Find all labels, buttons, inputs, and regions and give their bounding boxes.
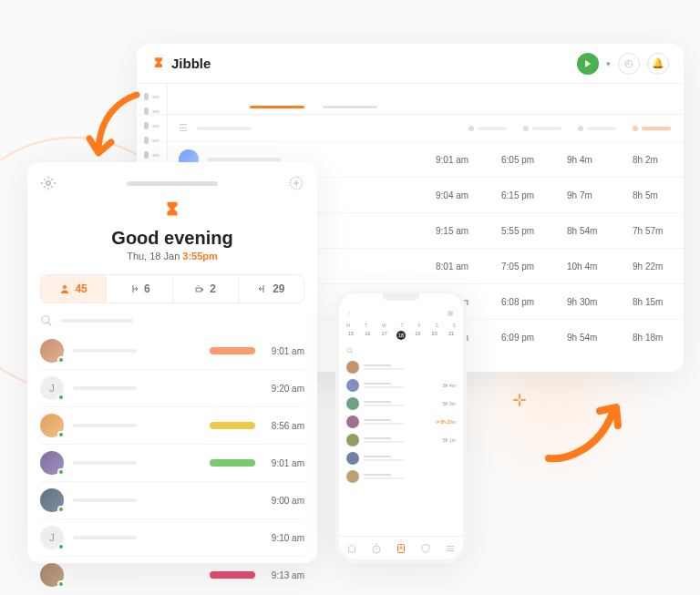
list-item[interactable] bbox=[346, 467, 456, 486]
add-user-icon[interactable] bbox=[288, 175, 304, 191]
shield-icon[interactable] bbox=[420, 543, 431, 554]
caret-icon[interactable]: ▾ bbox=[606, 59, 611, 68]
col-header bbox=[523, 126, 561, 131]
timer-icon[interactable] bbox=[371, 543, 382, 554]
gear-icon[interactable] bbox=[40, 175, 57, 191]
phone-list: 8h 4m8h 3m⟳ 8h 20m8h 1m bbox=[339, 358, 463, 536]
sheet-icon[interactable] bbox=[396, 543, 407, 554]
list-item[interactable]: 8h 1m bbox=[346, 431, 456, 449]
calendar[interactable]: MTWTFSS 15161718192021 bbox=[339, 319, 463, 344]
list-item[interactable]: 8h 3m bbox=[346, 395, 456, 413]
brand-name: Jibble bbox=[171, 56, 211, 71]
play-button[interactable] bbox=[577, 53, 599, 75]
avatar bbox=[40, 414, 64, 437]
list-item[interactable]: 9:13 am bbox=[40, 557, 304, 594]
list-item[interactable]: 9:01 am bbox=[40, 333, 304, 370]
list-item[interactable] bbox=[346, 449, 456, 467]
list-item[interactable]: 8h 4m bbox=[346, 376, 456, 395]
plus-decoration bbox=[512, 393, 527, 407]
list-item[interactable]: 9:01 am bbox=[40, 445, 304, 482]
avatar bbox=[40, 563, 64, 587]
brand-logo[interactable]: Jibble bbox=[151, 56, 211, 71]
list-item[interactable]: 8:56 am bbox=[40, 407, 304, 445]
filter-icon[interactable]: ☰ bbox=[179, 122, 188, 134]
avatar bbox=[40, 488, 64, 512]
svg-point-0 bbox=[46, 181, 51, 186]
stat-out[interactable]: 29 bbox=[238, 275, 304, 303]
list-item[interactable]: 9:00 am bbox=[40, 482, 304, 519]
avatar bbox=[346, 361, 359, 374]
hourglass-icon bbox=[162, 200, 182, 221]
search-icon[interactable] bbox=[346, 347, 354, 354]
home-icon[interactable] bbox=[346, 543, 357, 554]
phone-window: ‹▦ MTWTFSS 15161718192021 8h 4m8h 3m⟳ 8h… bbox=[335, 290, 467, 563]
clock-button[interactable]: ◴ bbox=[618, 53, 640, 75]
desktop-tabs bbox=[137, 84, 684, 115]
list-item[interactable]: ⟳ 8h 20m bbox=[346, 413, 456, 431]
name-placeholder bbox=[208, 158, 281, 161]
search-icon[interactable] bbox=[40, 314, 53, 327]
back-icon[interactable]: ‹ bbox=[348, 310, 350, 317]
avatar bbox=[346, 434, 359, 446]
member-list: 9:01 amJ9:20 am8:56 am9:01 am9:00 amJ9:1… bbox=[40, 333, 304, 594]
arrow-decoration bbox=[540, 395, 631, 467]
tablet-window: Good evening Thu, 18 Jan 3:55pm 45 6 2 2… bbox=[27, 162, 317, 563]
avatar bbox=[346, 379, 359, 392]
tabbar bbox=[339, 536, 463, 559]
drag-handle bbox=[127, 181, 218, 186]
arrow-decoration bbox=[82, 86, 146, 168]
svg-point-4 bbox=[347, 348, 352, 353]
col-header bbox=[633, 126, 671, 131]
col-header bbox=[578, 126, 616, 131]
svg-point-3 bbox=[42, 316, 49, 323]
greeting: Good evening bbox=[40, 228, 304, 249]
avatar bbox=[40, 451, 64, 475]
list-item[interactable]: J9:20 am bbox=[40, 370, 304, 407]
svg-point-2 bbox=[63, 285, 67, 289]
avatar bbox=[40, 339, 64, 363]
tab[interactable] bbox=[250, 106, 304, 108]
stat-in[interactable]: 6 bbox=[106, 275, 171, 303]
filter-placeholder bbox=[197, 127, 252, 130]
stat-break[interactable]: 2 bbox=[172, 275, 238, 303]
avatar bbox=[346, 470, 359, 483]
date: Thu, 18 Jan 3:55pm bbox=[40, 251, 304, 262]
list-item[interactable] bbox=[346, 358, 456, 376]
avatar bbox=[346, 452, 359, 465]
notifications-button[interactable]: 🔔 bbox=[647, 53, 669, 75]
avatar bbox=[346, 397, 359, 410]
avatar bbox=[346, 415, 359, 428]
menu-icon[interactable] bbox=[445, 543, 456, 554]
list-item[interactable]: J9:10 am bbox=[40, 519, 304, 557]
avatar: J bbox=[40, 376, 64, 400]
stat-present[interactable]: 45 bbox=[41, 275, 106, 303]
desktop-header: Jibble ▾ ◴ 🔔 bbox=[137, 44, 684, 84]
stats-bar: 45 6 2 29 bbox=[40, 274, 304, 303]
col-header bbox=[468, 126, 507, 131]
calendar-icon[interactable]: ▦ bbox=[448, 310, 454, 317]
hourglass-icon bbox=[151, 56, 166, 71]
avatar: J bbox=[40, 526, 64, 549]
tab[interactable] bbox=[323, 106, 377, 108]
